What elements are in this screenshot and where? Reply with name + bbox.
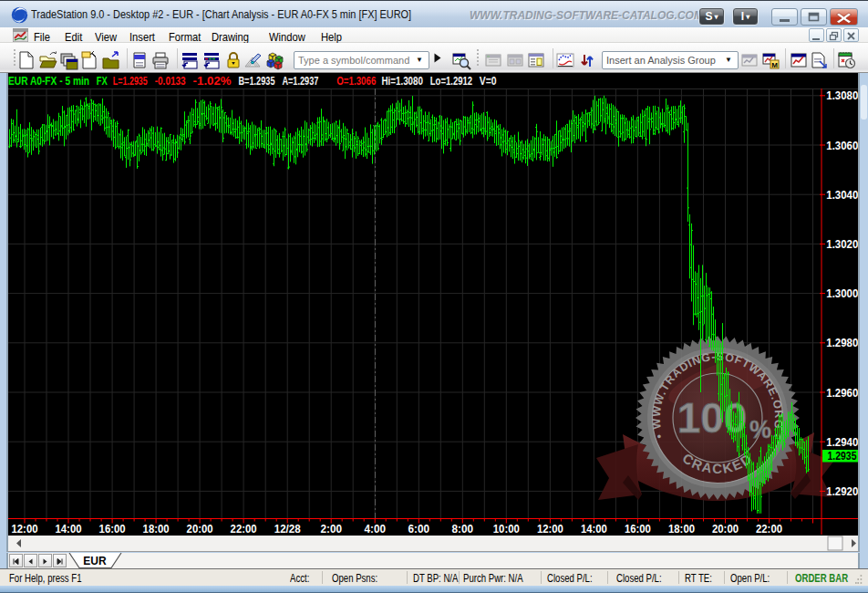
svg-text:O=1.3066: O=1.3066	[336, 74, 376, 88]
svg-text:L=1.2935: L=1.2935	[113, 74, 148, 88]
svg-text:1.2920: 1.2920	[826, 485, 858, 498]
svg-text:100: 100	[677, 394, 748, 442]
svg-text:18:00: 18:00	[143, 523, 170, 536]
svg-text:1.2935: 1.2935	[828, 450, 857, 463]
svg-text:12/28: 12/28	[274, 523, 301, 536]
svg-text:1.3060: 1.3060	[826, 140, 858, 152]
svg-text:1.3020: 1.3020	[826, 238, 858, 251]
svg-text:6:00: 6:00	[408, 523, 430, 536]
svg-text:10:00: 10:00	[493, 523, 520, 536]
svg-text:8:00: 8:00	[452, 523, 474, 536]
svg-text:1.2960: 1.2960	[826, 387, 858, 400]
svg-text:B=1.2935: B=1.2935	[239, 74, 275, 88]
svg-text:12:00: 12:00	[537, 523, 563, 536]
svg-text:EUR: EUR	[83, 555, 107, 567]
svg-text:1.2940: 1.2940	[826, 436, 858, 449]
svg-text:2:00: 2:00	[321, 523, 343, 536]
svg-text:-1.02%: -1.02%	[193, 74, 232, 88]
svg-text:18:00: 18:00	[668, 523, 695, 536]
svg-text:22:00: 22:00	[756, 523, 782, 536]
svg-text:12:00: 12:00	[12, 523, 38, 536]
svg-text:14:00: 14:00	[581, 523, 607, 536]
svg-text:20:00: 20:00	[712, 523, 739, 536]
svg-text:Hi=1.3080: Hi=1.3080	[381, 74, 423, 88]
svg-text:V=0: V=0	[480, 74, 497, 88]
svg-text:22:00: 22:00	[231, 523, 257, 536]
svg-text:1.3080: 1.3080	[826, 89, 858, 102]
svg-text:A=1.2937: A=1.2937	[282, 74, 318, 88]
svg-text:-0.0133: -0.0133	[155, 74, 186, 88]
svg-text:20:00: 20:00	[187, 523, 213, 536]
svg-text:16:00: 16:00	[625, 523, 651, 536]
svg-text:%: %	[749, 416, 771, 443]
svg-text:1.3000: 1.3000	[826, 287, 858, 300]
svg-text:16:00: 16:00	[99, 523, 126, 536]
svg-text:4:00: 4:00	[365, 523, 387, 536]
svg-text:FX: FX	[97, 74, 108, 88]
svg-text:1.3040: 1.3040	[826, 189, 858, 202]
svg-text:EUR A0-FX - 5 min: EUR A0-FX - 5 min	[8, 74, 89, 88]
svg-text:14:00: 14:00	[56, 523, 82, 536]
svg-text:Lo=1.2912: Lo=1.2912	[430, 74, 472, 88]
svg-text:1.2980: 1.2980	[826, 337, 858, 349]
svg-text:M: M	[771, 61, 778, 69]
